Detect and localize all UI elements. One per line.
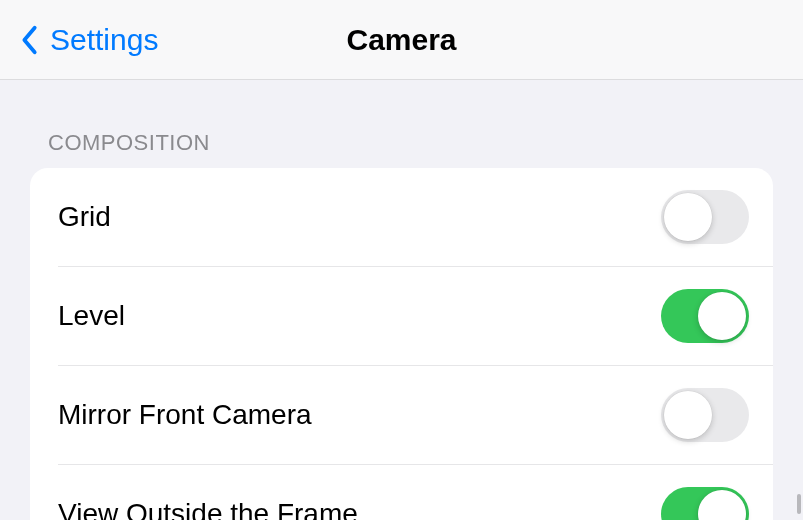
back-button[interactable]: Settings <box>0 23 158 57</box>
page-title: Camera <box>346 23 456 57</box>
settings-page: Settings Camera COMPOSITION Grid Level <box>0 0 803 520</box>
toggle-mirror-front-camera[interactable] <box>661 388 749 442</box>
scrollbar-indicator <box>797 494 801 514</box>
settings-row-level: Level <box>30 267 773 366</box>
row-label: Level <box>58 300 125 332</box>
toggle-view-outside-frame[interactable] <box>661 487 749 520</box>
settings-row-view-outside-frame: View Outside the Frame <box>30 465 773 520</box>
toggle-level[interactable] <box>661 289 749 343</box>
toggle-grid[interactable] <box>661 190 749 244</box>
row-label: Mirror Front Camera <box>58 399 312 431</box>
row-label: View Outside the Frame <box>58 498 358 520</box>
chevron-left-icon <box>20 24 40 56</box>
toggle-knob <box>698 490 746 520</box>
toggle-knob <box>698 292 746 340</box>
back-label: Settings <box>50 23 158 57</box>
content-area: COMPOSITION Grid Level <box>0 80 803 520</box>
row-label: Grid <box>58 201 111 233</box>
settings-row-mirror-front-camera: Mirror Front Camera <box>30 366 773 465</box>
toggle-knob <box>664 391 712 439</box>
nav-bar: Settings Camera <box>0 0 803 80</box>
settings-row-grid: Grid <box>30 168 773 267</box>
settings-group-composition: Grid Level Mirror Front Camera <box>30 168 773 520</box>
section-header-composition: COMPOSITION <box>30 80 773 168</box>
toggle-knob <box>664 193 712 241</box>
